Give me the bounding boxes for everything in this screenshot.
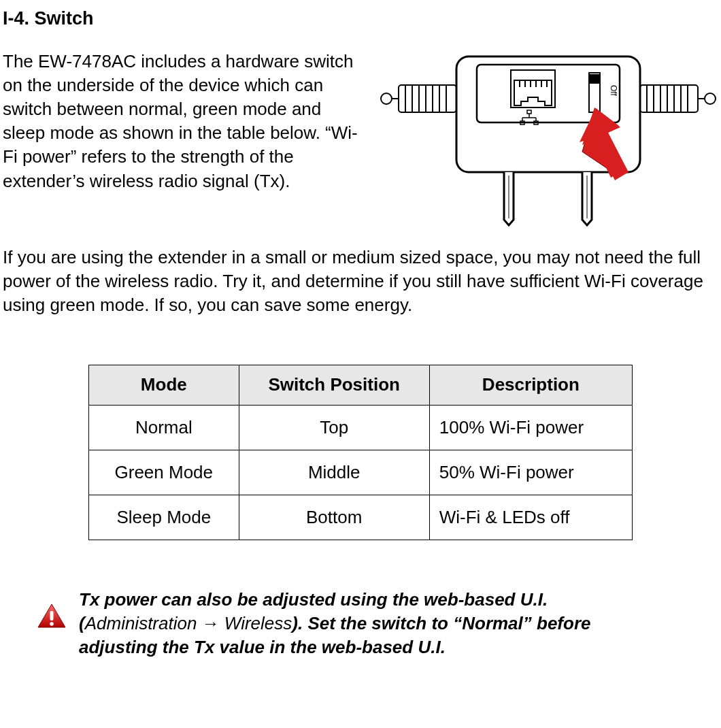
cell-mode: Sleep Mode (89, 495, 239, 540)
cell-description: 100% Wi-Fi power (429, 406, 632, 450)
cell-description: Wi-Fi & LEDs off (429, 495, 632, 540)
cell-position: Middle (239, 450, 429, 495)
table-row: Green Mode Middle 50% Wi-Fi power (89, 450, 633, 495)
cell-mode: Normal (89, 406, 239, 450)
cell-position: Bottom (239, 495, 429, 540)
warning-note: Tx power can also be adjusted using the … (3, 588, 718, 659)
paragraph-1: The EW-7478AC includes a hardware switch… (3, 50, 365, 227)
th-description: Description (429, 365, 632, 406)
table-row: Normal Top 100% Wi-Fi power (89, 406, 633, 450)
cell-position: Top (239, 406, 429, 450)
warning-icon (37, 603, 67, 636)
svg-rect-0 (399, 85, 456, 112)
svg-rect-10 (640, 85, 698, 112)
svg-rect-37 (590, 74, 599, 84)
svg-rect-42 (50, 611, 54, 621)
table-row: Sleep Mode Bottom Wi-Fi & LEDs off (89, 495, 633, 540)
diagram-off-label: Off (609, 85, 618, 96)
cell-description: 50% Wi-Fi power (429, 450, 632, 495)
svg-point-18 (705, 93, 716, 104)
mode-table: Mode Switch Position Description Normal … (88, 365, 633, 540)
svg-point-8 (381, 93, 392, 104)
section-heading: I-4. Switch (3, 7, 718, 31)
intro-row: The EW-7478AC includes a hardware switch… (3, 50, 718, 227)
paragraph-2: If you are using the extender in a small… (3, 246, 718, 317)
arrow-icon: → (202, 613, 220, 633)
cell-mode: Green Mode (89, 450, 239, 495)
note-text: Tx power can also be adjusted using the … (79, 588, 630, 659)
th-mode: Mode (89, 365, 239, 406)
device-diagram: Off (378, 50, 718, 227)
table-header-row: Mode Switch Position Description (89, 365, 633, 406)
th-position: Switch Position (239, 365, 429, 406)
note-part3: Wireless (220, 613, 292, 633)
svg-point-43 (50, 622, 54, 626)
note-part2: Administration (85, 613, 202, 633)
